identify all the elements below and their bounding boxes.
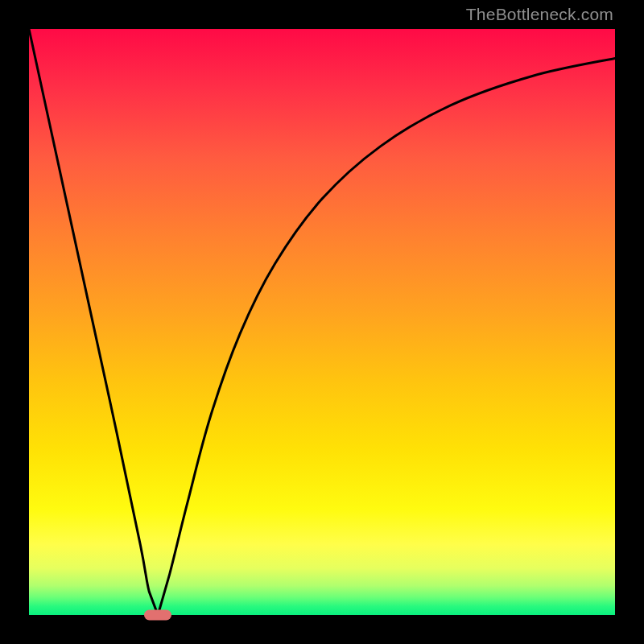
plot-area — [29, 29, 615, 615]
curve-svg — [29, 29, 615, 615]
watermark-text: TheBottleneck.com — [466, 5, 613, 24]
bottleneck-curve — [29, 29, 615, 615]
optimum-marker-pill — [144, 610, 171, 621]
chart-frame: TheBottleneck.com — [0, 0, 644, 644]
